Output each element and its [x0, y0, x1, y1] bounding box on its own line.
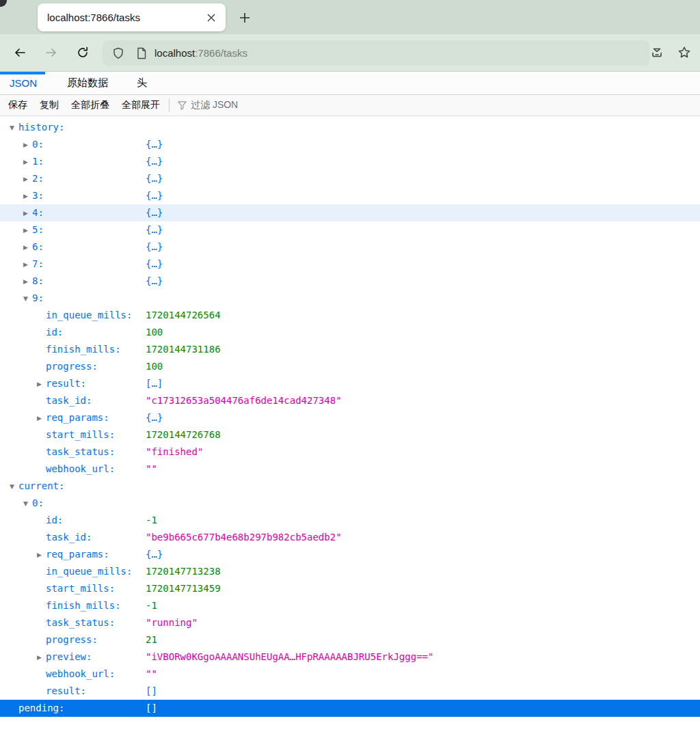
expand-arrow-icon[interactable]: ▶	[33, 376, 46, 393]
copy-button[interactable]: 复制	[33, 95, 65, 116]
json-tree-row[interactable]: progress:100	[0, 358, 700, 375]
collapse-arrow-icon[interactable]: ▼	[19, 290, 32, 308]
json-tree-row[interactable]: progress:21	[0, 631, 700, 648]
expand-arrow-icon[interactable]: ▶	[33, 649, 46, 666]
json-value: {…}	[146, 170, 163, 187]
expand-arrow-icon[interactable]: ▶	[19, 154, 32, 171]
json-tree-row[interactable]: finish_mills:1720144731186	[0, 341, 700, 358]
tab-headers[interactable]: 头	[127, 72, 157, 95]
json-tree-row[interactable]: ▶2:{…}	[0, 170, 700, 187]
json-tree-row[interactable]: id:100	[0, 324, 700, 341]
url-host: localhost	[154, 47, 195, 59]
json-value: []	[146, 700, 157, 717]
json-value: {…}	[146, 136, 163, 153]
url-bar[interactable]: localhost:7866/tasks	[103, 40, 649, 66]
json-key: start_mills:	[46, 429, 115, 440]
json-value: "finished"	[146, 443, 203, 461]
expand-arrow-icon[interactable]: ▶	[19, 239, 32, 256]
browser-tab[interactable]: localhost:7866/tasks	[38, 3, 226, 31]
expand-arrow-icon[interactable]: ▶	[19, 137, 32, 154]
json-tree-row[interactable]: ▶1:{…}	[0, 153, 700, 170]
bookmark-star-icon[interactable]	[673, 41, 696, 64]
tab-raw-data[interactable]: 原始数据	[57, 72, 118, 95]
new-tab-button[interactable]	[234, 7, 256, 29]
json-tree-row[interactable]: start_mills:1720144726768	[0, 426, 700, 443]
expand-arrow-icon[interactable]: ▶	[19, 205, 32, 222]
expand-arrow-icon[interactable]: ▶	[19, 256, 32, 273]
json-value: {…}	[146, 204, 163, 221]
tab-title: localhost:7866/tasks	[47, 12, 201, 23]
reload-button[interactable]	[71, 41, 94, 64]
json-key: finish_mills:	[46, 600, 121, 611]
downloads-icon[interactable]	[645, 41, 669, 64]
json-tree-row[interactable]: ▶4:{…}	[0, 204, 700, 221]
tab-headers-label: 头	[137, 77, 147, 90]
collapse-all-button[interactable]: 全部折叠	[65, 95, 116, 116]
json-value: ""	[146, 461, 157, 478]
expand-arrow-icon[interactable]: ▶	[33, 410, 46, 427]
json-value: 21	[146, 631, 157, 648]
collapse-arrow-icon[interactable]: ▼	[5, 120, 18, 137]
back-button[interactable]	[8, 41, 31, 64]
json-key: 2:	[32, 173, 44, 184]
expand-arrow-icon[interactable]: ▶	[19, 222, 32, 239]
json-tree-row[interactable]: task_id:"c17312653a504476af6de14cad42734…	[0, 392, 700, 409]
json-tree-row[interactable]: ▶req_params:{…}	[0, 546, 700, 563]
json-key: in_queue_mills:	[46, 310, 132, 320]
json-tree-row[interactable]: ▶3:{…}	[0, 187, 700, 204]
json-value: {…}	[146, 238, 163, 256]
json-tree-row[interactable]: task_id:"be9b665c677b4e68b297b982cb5aedb…	[0, 529, 700, 546]
expand-arrow-icon[interactable]: ▶	[19, 188, 32, 205]
json-key: preview:	[46, 651, 92, 662]
json-value: 1720144726564	[146, 307, 221, 324]
tab-json[interactable]: JSON	[0, 72, 46, 95]
json-tree-row[interactable]: ▼0:	[0, 495, 700, 512]
json-key: 6:	[32, 241, 44, 252]
json-tree-row[interactable]: webhook_url:""	[0, 666, 700, 683]
json-tree-row[interactable]: ▶preview:"iVBORw0KGgoAAAANSUhEUgAA…HFpRA…	[0, 648, 700, 666]
json-value: 1720147713459	[146, 580, 221, 597]
expand-arrow-icon[interactable]: ▶	[19, 171, 32, 188]
json-tree-row[interactable]: ▶7:{…}	[0, 256, 700, 273]
json-tree-row[interactable]: id:-1	[0, 512, 700, 529]
shield-icon[interactable]	[108, 43, 129, 64]
tab-close-icon[interactable]	[201, 8, 221, 28]
json-tree-row[interactable]: finish_mills:-1	[0, 597, 700, 614]
save-button[interactable]: 保存	[2, 95, 33, 116]
json-tree-row[interactable]: task_status:"running"	[0, 614, 700, 631]
json-tree-row[interactable]: ▼current:	[0, 478, 700, 495]
collapse-arrow-icon[interactable]: ▼	[5, 478, 18, 495]
json-tree-row[interactable]: task_status:"finished"	[0, 443, 700, 461]
expand-all-button[interactable]: 全部展开	[116, 95, 166, 116]
json-key: finish_mills:	[46, 344, 121, 355]
json-key: 0:	[32, 139, 44, 150]
json-tree-row[interactable]: webhook_url:""	[0, 461, 700, 478]
json-tree-row[interactable]: ▶8:{…}	[0, 273, 700, 290]
json-tree-row[interactable]: in_queue_mills:1720147713238	[0, 563, 700, 580]
json-tree-row[interactable]: ▼history:	[0, 119, 700, 136]
json-tree-row[interactable]: ▼9:	[0, 290, 700, 307]
json-tree-row[interactable]: ▶6:{…}	[0, 238, 700, 256]
json-tree-row[interactable]: ▶req_params:{…}	[0, 409, 700, 426]
toolbar-divider	[169, 98, 170, 112]
json-value: {…}	[146, 273, 163, 290]
expand-arrow-icon[interactable]: ▶	[19, 273, 32, 290]
filter-json-input[interactable]: 过滤 JSON	[172, 99, 238, 111]
json-tree-row[interactable]: pending:[]	[0, 700, 700, 717]
expand-arrow-icon[interactable]: ▶	[33, 547, 46, 564]
json-tree-row[interactable]: ▶result:[…]	[0, 375, 700, 392]
json-tree-row[interactable]: ▶5:{…}	[0, 221, 700, 238]
json-tree-row[interactable]: ▶0:{…}	[0, 136, 700, 153]
json-key: 5:	[32, 224, 44, 235]
forward-button[interactable]	[40, 41, 63, 64]
json-tree-row[interactable]: result:[]	[0, 683, 700, 700]
json-viewer-tabbar: JSON 原始数据 头	[0, 72, 700, 95]
json-tree-row[interactable]: start_mills:1720147713459	[0, 580, 700, 597]
json-value: "iVBORw0KGgoAAAANSUhEUgAA…HFpRAAAAABJRU5…	[146, 648, 433, 666]
collapse-arrow-icon[interactable]: ▼	[19, 495, 32, 512]
url-path: :7866/tasks	[195, 47, 247, 59]
json-tree-row[interactable]: in_queue_mills:1720144726564	[0, 307, 700, 324]
url-text[interactable]: localhost:7866/tasks	[154, 47, 247, 59]
json-key: 7:	[32, 258, 44, 269]
page-info-icon[interactable]	[131, 43, 152, 64]
